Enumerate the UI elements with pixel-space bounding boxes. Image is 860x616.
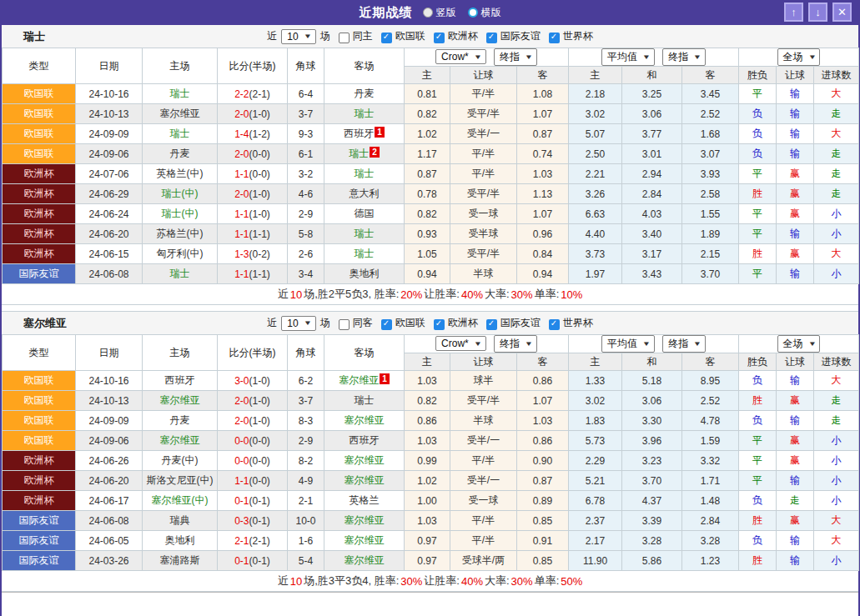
league-checkbox-euro[interactable] <box>434 319 445 330</box>
result-wdl: 平 <box>739 224 777 244</box>
chevron-down-icon: ▼ <box>807 53 816 61</box>
avg-odds-home: 2.21 <box>569 164 622 184</box>
away-team: 德国 <box>324 204 405 224</box>
avg-odds-away: 8.95 <box>682 371 739 391</box>
match-type-badge: 欧国联 <box>3 371 76 391</box>
average-period-select[interactable]: 终指▼ <box>662 48 706 66</box>
league-checkbox-euro[interactable] <box>434 33 445 43</box>
league-checkbox-worldcup[interactable] <box>549 33 560 43</box>
handicap-line: 平/半 <box>450 531 517 551</box>
corner-score: 10-0 <box>288 511 324 531</box>
team-name: 塞尔维亚 <box>345 474 385 486</box>
fulltime-score: 1-3 <box>234 248 249 260</box>
match-type-badge: 国际友谊 <box>3 551 76 571</box>
result-handicap: 输 <box>777 104 814 124</box>
summary-text: 20% <box>400 288 422 301</box>
same-venue-checkbox[interactable] <box>339 319 350 330</box>
halftime-score: (0-0) <box>249 148 270 160</box>
halftime-score: (1-0) <box>249 415 270 427</box>
halftime-score: (1-1) <box>249 268 270 280</box>
summary-text: 30% <box>511 575 533 588</box>
home-team: 塞尔维亚(中) <box>143 491 218 511</box>
average-select[interactable]: 平均值▼ <box>601 48 655 66</box>
summary-text: 单率: <box>535 287 560 302</box>
filter-row: 塞尔维亚 近 10▼ 场 同客 欧国联 欧洲杯 国际友谊 世界杯 <box>2 312 858 334</box>
match-row: 欧国联24-09-06塞尔维亚0-0(0-0)2-9西班牙1.03受半/一0.8… <box>3 431 859 451</box>
handicap-line: 受半/一 <box>450 431 517 451</box>
average-period-select[interactable]: 终指▼ <box>662 335 706 353</box>
result-handicap: 输 <box>777 264 814 284</box>
avg-odds-home: 3.02 <box>569 104 622 124</box>
team-name: 瑞士 <box>355 394 375 406</box>
avg-odds-draw: 3.17 <box>622 244 682 264</box>
halftime-score: (0-0) <box>249 168 270 180</box>
section-team-name: 塞尔维亚 <box>23 316 67 331</box>
result-goals: 大 <box>814 244 859 264</box>
match-row: 国际友谊24-06-05奥地利2-1(2-1)1-6塞尔维亚0.97平/半0.9… <box>3 531 859 551</box>
away-team: 瑞士 <box>324 104 405 124</box>
match-row: 欧洲杯24-06-17塞尔维亚(中)0-1(0-1)2-1英格兰1.00受一球0… <box>3 491 859 511</box>
match-count-select[interactable]: 10▼ <box>281 29 315 44</box>
result-handicap: 赢 <box>777 391 814 411</box>
corner-score: 3-7 <box>288 104 324 124</box>
filter-controls: 近 10▼ 场 同客 欧国联 欧洲杯 国际友谊 世界杯 <box>267 316 592 331</box>
away-team: 塞尔维亚 <box>324 551 405 571</box>
move-up-button[interactable]: ↑ <box>784 3 803 22</box>
league-checkbox-nations[interactable] <box>381 319 392 330</box>
avg-odds-draw: 3.39 <box>622 511 682 531</box>
result-wdl: 平 <box>739 204 777 224</box>
team-name: 瑞士(中) <box>162 188 199 199</box>
result-wdl: 平 <box>739 431 777 451</box>
handicap-period-select[interactable]: 终指▼ <box>494 48 537 66</box>
away-team: 瑞士2 <box>324 144 405 164</box>
avg-odds-home: 11.90 <box>569 551 622 571</box>
avg-odds-draw: 3.06 <box>622 104 682 124</box>
away-team: 塞尔维亚 <box>324 411 405 431</box>
avg-odds-draw: 5.18 <box>622 371 682 391</box>
team-name: 斯洛文尼亚(中) <box>147 474 214 486</box>
match-count-select[interactable]: 10▼ <box>281 316 315 331</box>
league-checkbox-nations[interactable] <box>381 33 392 43</box>
away-team: 英格兰 <box>324 491 405 511</box>
halftime-score: (1-2) <box>249 128 270 140</box>
league-label: 世界杯 <box>563 29 593 43</box>
league-checkbox-friendly[interactable] <box>486 33 497 43</box>
match-row: 欧洲杯24-06-29瑞士(中)2-0(1-0)4-6意大利0.78受平/半1.… <box>3 184 859 204</box>
team-name: 塞尔维亚 <box>160 108 200 119</box>
home-team: 瑞典 <box>143 511 218 531</box>
handicap-odds-home: 0.94 <box>405 264 450 284</box>
move-down-button[interactable]: ↓ <box>808 3 827 22</box>
league-checkbox-worldcup[interactable] <box>549 319 560 330</box>
league-checkbox-friendly[interactable] <box>486 319 497 330</box>
handicap-line: 半球 <box>450 411 517 431</box>
col-header-corner: 角球 <box>288 48 324 84</box>
avg-odds-away: 3.45 <box>682 84 739 104</box>
handicap-odds-home: 1.17 <box>405 144 450 164</box>
halftime-score: (2-1) <box>249 535 270 547</box>
bookmaker-select[interactable]: Crow*▼ <box>435 49 486 64</box>
handicap-period-select[interactable]: 终指▼ <box>494 335 537 353</box>
fulltime-score: 2-0 <box>234 395 249 407</box>
scope-select[interactable]: 全场▼ <box>777 48 821 66</box>
fulltime-score: 0-0 <box>234 435 249 447</box>
match-date: 24-07-06 <box>76 164 143 184</box>
same-venue-checkbox[interactable] <box>339 33 350 43</box>
radio-vertical-layout[interactable]: 竖版 <box>423 6 456 20</box>
team-section-serbia: 塞尔维亚 近 10▼ 场 同客 欧国联 欧洲杯 国际友谊 世界杯 <box>2 311 858 592</box>
team-name: 瑞士 <box>349 148 369 159</box>
match-date: 24-10-16 <box>76 371 143 391</box>
handicap-odds-home: 1.03 <box>405 371 450 391</box>
subcol-avg-home: 主 <box>569 353 622 371</box>
result-goals: 走 <box>814 391 859 411</box>
handicap-odds-home: 1.03 <box>405 511 450 531</box>
match-date: 24-10-13 <box>76 104 143 124</box>
average-select[interactable]: 平均值▼ <box>601 335 655 353</box>
bookmaker-select[interactable]: Crow*▼ <box>435 336 486 351</box>
close-button[interactable]: ✕ <box>832 3 852 22</box>
chevron-down-icon: ▼ <box>807 340 816 348</box>
away-team: 意大利 <box>324 184 405 204</box>
scope-select[interactable]: 全场▼ <box>777 335 821 353</box>
halftime-score: (2-1) <box>249 88 270 100</box>
radio-horizontal-layout[interactable]: 横版 <box>468 6 501 20</box>
halftime-score: (0-1) <box>249 515 270 527</box>
